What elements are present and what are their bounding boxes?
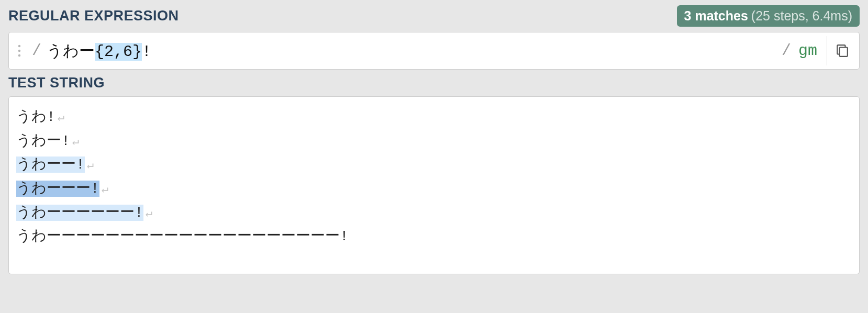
test-line: うわーーーーーー!↵ (16, 201, 852, 225)
regex-input-box: / うわー{2,6}! / gm (8, 32, 860, 70)
match-count-badge: 3 matches (25 steps, 6.4ms) (677, 5, 860, 27)
regex-pattern-quantifier: {2,6} (95, 43, 142, 61)
test-line: うわーー!↵ (16, 153, 852, 177)
regex-flags[interactable]: gm (796, 42, 827, 60)
newline-icon: ↵ (70, 136, 79, 149)
svg-point-0 (18, 45, 20, 47)
test-line: うわーーーーーーーーーーーーーーーーーーーー! (16, 225, 852, 249)
regex-pattern-tail: ! (142, 43, 151, 61)
match-detail: (25 steps, 6.4ms) (751, 8, 852, 24)
svg-point-2 (18, 54, 20, 57)
copy-icon (835, 44, 849, 58)
test-line: うわーーー!↵ (16, 177, 852, 201)
test-section-header: TEST STRING (8, 70, 860, 96)
regex-pattern-input[interactable]: うわー{2,6}! (47, 40, 776, 62)
test-string-box: うわ!↵うわー!↵うわーー!↵うわーーー!↵うわーーーーーー!↵うわーーーーーー… (8, 96, 860, 274)
match-highlight: うわーーーーーー! (16, 205, 143, 221)
regex-pattern-plain: うわー (47, 43, 95, 61)
match-highlight: うわーー! (16, 156, 85, 173)
test-line: うわー!↵ (16, 129, 852, 153)
newline-icon: ↵ (85, 159, 94, 172)
match-highlight: うわーーー! (16, 181, 99, 197)
match-count: 3 matches (684, 8, 748, 24)
regex-close-delimiter: / (776, 42, 796, 60)
svg-rect-4 (839, 48, 847, 57)
newline-icon: ↵ (55, 111, 64, 125)
newline-icon: ↵ (99, 183, 108, 196)
test-section-title: TEST STRING (8, 75, 105, 91)
test-line: うわ!↵ (16, 105, 852, 129)
copy-regex-button[interactable] (827, 36, 856, 65)
newline-icon: ↵ (143, 207, 152, 220)
svg-point-1 (18, 50, 20, 52)
drag-handle-icon[interactable] (12, 44, 27, 58)
regex-section-header: REGULAR EXPRESSION 3 matches (25 steps, … (8, 0, 860, 32)
regex-open-delimiter: / (27, 42, 47, 60)
regex-section-title: REGULAR EXPRESSION (8, 8, 179, 24)
test-string-input[interactable]: うわ!↵うわー!↵うわーー!↵うわーーー!↵うわーーーーーー!↵うわーーーーーー… (16, 105, 852, 249)
